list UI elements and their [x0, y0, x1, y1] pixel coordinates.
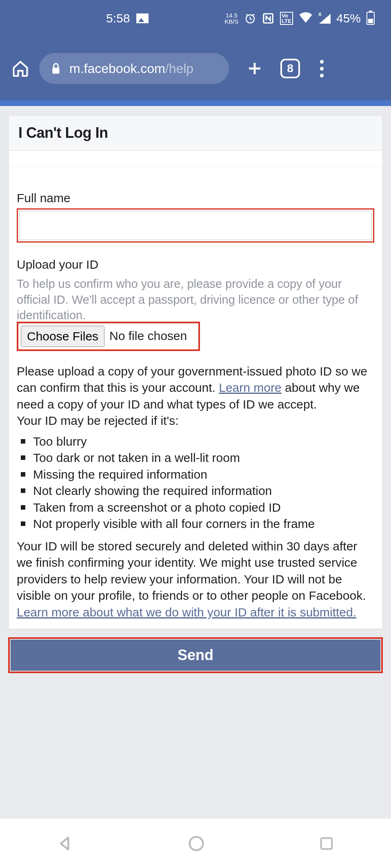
home-icon[interactable]	[11, 60, 29, 77]
list-item: Too dark or not taken in a well-lit room	[21, 450, 374, 466]
fb-accent-strip	[0, 100, 391, 106]
rejected-intro: Your ID may be rejected if it's:	[17, 414, 178, 427]
svg-point-3	[189, 837, 203, 850]
full-name-input[interactable]	[19, 211, 372, 240]
url-domain: m.facebook.com	[69, 61, 165, 76]
learn-more-id-link[interactable]: Learn more about what we do with your ID…	[17, 604, 374, 621]
learn-more-link[interactable]: Learn more	[219, 381, 281, 394]
new-tab-icon[interactable]	[246, 60, 263, 77]
tabs-button[interactable]: 8	[280, 59, 300, 78]
android-nav-bar	[0, 818, 391, 868]
upload-id-hint: To help us confirm who you are, please p…	[17, 276, 374, 323]
volte-icon: Vo LTE	[280, 12, 293, 25]
id-instructions: Please upload a copy of your government-…	[17, 363, 374, 429]
list-item: Missing the required information	[21, 466, 374, 483]
url-path: /help	[165, 61, 193, 76]
list-item: Too blurry	[21, 433, 374, 450]
url-bar[interactable]: m.facebook.com/help	[39, 53, 229, 84]
rejection-reasons-list: Too blurry Too dark or not taken in a we…	[21, 433, 374, 532]
nfc-icon	[262, 12, 274, 24]
battery-percentage: 45%	[336, 11, 361, 25]
list-item: Not properly visible with all four corne…	[21, 516, 374, 532]
lock-icon	[51, 62, 61, 75]
signal-icon: x	[318, 13, 331, 24]
header-spacer	[9, 151, 382, 167]
storage-para: Your ID will be stored securely and dele…	[17, 538, 374, 604]
choose-files-button[interactable]: Choose Files	[21, 326, 104, 347]
help-card: I Can't Log In Full name Upload your ID …	[8, 115, 383, 629]
svg-rect-2	[52, 68, 59, 74]
full-name-highlight	[17, 208, 374, 243]
home-nav-icon[interactable]	[187, 835, 205, 853]
full-name-label: Full name	[17, 190, 374, 207]
wifi-icon	[299, 11, 313, 26]
clock-time: 5:58	[106, 11, 130, 25]
file-status: No file chosen	[109, 328, 187, 345]
page-body: I Can't Log In Full name Upload your ID …	[0, 106, 391, 818]
back-icon[interactable]	[56, 835, 74, 853]
list-item: Not clearly showing the required informa…	[21, 483, 374, 499]
page-title: I Can't Log In	[18, 124, 373, 141]
send-button[interactable]: Send	[11, 640, 380, 671]
recents-icon[interactable]	[318, 835, 335, 852]
list-item: Taken from a screenshot or a photo copie…	[21, 499, 374, 516]
more-menu-icon[interactable]	[320, 60, 324, 77]
battery-icon	[367, 12, 375, 25]
upload-id-label: Upload your ID	[17, 256, 374, 273]
svg-rect-4	[321, 838, 332, 849]
android-status-bar: 5:58 14.5KB/S Vo LTE x 45%	[0, 0, 391, 37]
file-chooser-highlight: Choose Files No file chosen	[17, 322, 200, 351]
send-highlight-wrap: Send	[8, 637, 383, 673]
card-header: I Can't Log In	[9, 115, 382, 151]
network-speed: 14.5KB/S	[224, 12, 238, 24]
alarm-icon	[244, 12, 256, 24]
chrome-toolbar: m.facebook.com/help 8	[0, 37, 391, 100]
screenshot-icon	[136, 13, 149, 23]
